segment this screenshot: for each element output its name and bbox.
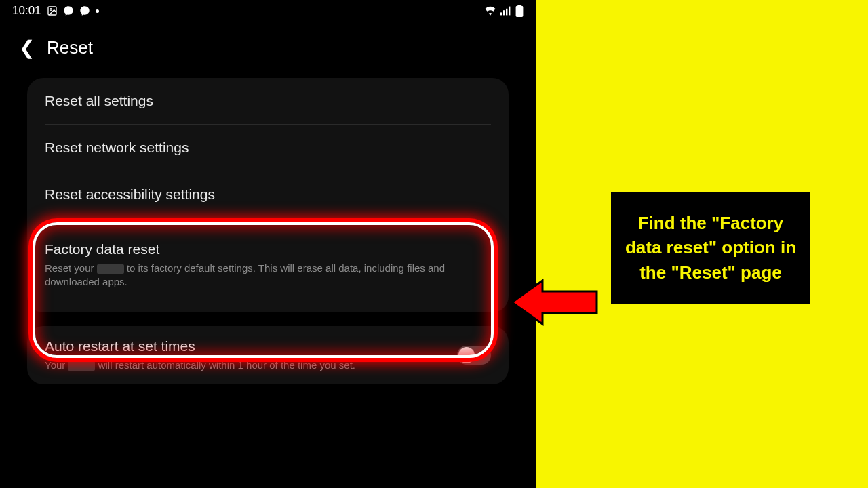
svg-rect-2 <box>500 12 502 15</box>
redacted-text <box>68 361 95 371</box>
item-title: Reset all settings <box>45 93 491 109</box>
dot-icon <box>96 9 99 13</box>
auto-restart-subtitle: Your will restart automatically within 1… <box>45 359 457 372</box>
instruction-callout: Find the "Factory data reset" option in … <box>609 190 812 306</box>
gallery-icon <box>47 5 58 16</box>
messenger-icon <box>63 5 74 16</box>
auto-restart-toggle[interactable] <box>457 346 491 365</box>
toggle-knob <box>458 347 475 363</box>
wifi-icon <box>484 6 496 16</box>
auto-restart-title: Auto restart at set times <box>45 338 457 354</box>
auto-restart-card: Auto restart at set times Your will rest… <box>27 326 509 384</box>
reset-network-settings-item[interactable]: Reset network settings <box>45 125 491 171</box>
svg-rect-6 <box>516 6 524 17</box>
status-time: 10:01 <box>12 4 41 18</box>
page-title: Reset <box>47 37 93 58</box>
svg-rect-7 <box>517 5 521 7</box>
svg-point-1 <box>50 9 52 11</box>
phone-screenshot-panel: 10:01 ❮ Reset <box>0 0 536 488</box>
redacted-text <box>97 264 124 274</box>
callout-text: Find the "Factory data reset" option in … <box>625 213 796 283</box>
item-title: Factory data reset <box>45 241 491 258</box>
svg-rect-5 <box>509 7 510 16</box>
svg-marker-8 <box>512 281 597 324</box>
signal-icon <box>500 6 511 16</box>
item-subtitle: Reset your to its factory default settin… <box>45 262 491 289</box>
back-icon[interactable]: ❮ <box>19 37 35 59</box>
page-header: ❮ Reset <box>0 18 536 78</box>
reset-all-settings-item[interactable]: Reset all settings <box>45 78 491 125</box>
reset-options-card: Reset all settings Reset network setting… <box>27 78 509 312</box>
messenger-icon-2 <box>79 5 90 16</box>
factory-data-reset-item[interactable]: Factory data reset Reset your to its fac… <box>45 228 491 312</box>
reset-accessibility-settings-item[interactable]: Reset accessibility settings <box>45 171 491 218</box>
arrow-annotation <box>512 275 600 332</box>
item-title: Reset network settings <box>45 140 491 156</box>
svg-rect-4 <box>506 9 507 16</box>
svg-rect-3 <box>503 10 505 15</box>
battery-icon <box>515 5 524 17</box>
status-bar: 10:01 <box>0 0 536 18</box>
item-title: Reset accessibility settings <box>45 186 491 203</box>
